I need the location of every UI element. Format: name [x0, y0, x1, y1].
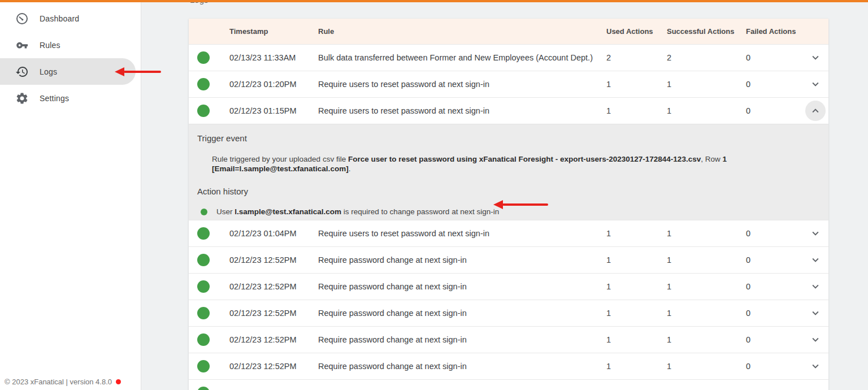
chevron-down-icon — [809, 51, 822, 64]
row-timestamp: 02/13/23 11:33AM — [229, 53, 318, 62]
rich-text: is required to change password at next s… — [341, 207, 499, 216]
row-failed-actions: 0 — [746, 229, 802, 238]
row-expand-cell — [802, 303, 828, 323]
row-expand-cell — [802, 250, 828, 270]
sidebar-item-rules[interactable]: Rules — [0, 32, 141, 58]
status-dot-icon — [116, 379, 121, 384]
log-table-row[interactable]: 02/12/23 01:04PM Require users to reset … — [189, 220, 828, 246]
row-expand-cell — [802, 47, 828, 68]
row-successful-actions: 1 — [667, 362, 746, 371]
log-table-row[interactable]: 02/12/23 12:52PM Require password change… — [189, 353, 828, 379]
row-failed-actions: 0 — [746, 106, 802, 115]
row-failed-actions: 0 — [746, 53, 802, 62]
chevron-down-icon — [809, 227, 822, 240]
rich-text: Rule triggered by your uploaded csv file — [212, 155, 348, 163]
expand-row-button[interactable] — [805, 330, 826, 350]
row-used-actions: 1 — [606, 255, 667, 265]
row-expand-cell — [802, 383, 828, 390]
expand-row-button[interactable] — [805, 223, 826, 244]
row-used-actions: 2 — [606, 53, 667, 62]
row-status-cell — [189, 387, 229, 390]
arrow-head-icon — [115, 67, 124, 76]
row-used-actions: 1 — [606, 362, 667, 371]
success-status-dot-icon — [197, 280, 210, 293]
log-table-row[interactable]: 02/13/23 11:33AM Bulk data transferred b… — [189, 44, 828, 71]
log-table-row[interactable]: 02/12/23 12:52PM Require password change… — [189, 326, 828, 353]
log-table-row[interactable]: 02/12/23 12:52PM Require password change… — [189, 300, 828, 326]
row-timestamp: 02/12/23 12:52PM — [229, 362, 318, 371]
arrow-tail — [502, 203, 548, 206]
expand-row-button[interactable] — [805, 276, 826, 297]
row-successful-actions: 1 — [667, 229, 746, 238]
rich-text-bold: Force user to reset password using xFana… — [348, 155, 701, 163]
chevron-down-icon — [809, 387, 822, 390]
expand-row-button[interactable] — [805, 383, 826, 390]
row-status-cell — [189, 78, 229, 90]
expand-row-button[interactable] — [805, 74, 826, 94]
row-rule: Bulk data transferred between Former and… — [318, 53, 606, 62]
row-status-cell — [189, 280, 229, 293]
row-status-cell — [189, 51, 229, 64]
row-successful-actions: 1 — [667, 282, 746, 291]
rich-text: . — [349, 164, 351, 173]
gear-icon — [15, 92, 29, 105]
expand-row-button[interactable] — [805, 47, 826, 68]
row-failed-actions: 0 — [746, 362, 802, 371]
row-failed-actions: 0 — [746, 282, 802, 291]
sidebar-item-label: Rules — [40, 41, 60, 50]
row-timestamp: 02/12/23 12:52PM — [229, 255, 318, 265]
action-history-heading: Action history — [197, 187, 820, 196]
header-used-actions: Used Actions — [606, 27, 667, 36]
sidebar-item-settings[interactable]: Settings — [0, 85, 141, 111]
trigger-event-heading: Trigger event — [197, 133, 820, 143]
expand-row-button[interactable] — [805, 303, 826, 323]
success-status-dot-icon — [197, 78, 210, 90]
row-failed-actions: 0 — [746, 80, 802, 89]
log-rows: 02/13/23 11:33AM Bulk data transferred b… — [189, 44, 828, 390]
row-timestamp: 02/12/23 12:52PM — [229, 335, 318, 344]
row-used-actions: 1 — [606, 335, 667, 344]
sidebar-item-dashboard[interactable]: Dashboard — [0, 5, 141, 32]
row-status-cell — [189, 227, 229, 240]
footer-text: © 2023 xFanatical | version 4.8.0 — [5, 378, 112, 386]
log-table-row[interactable]: 02/12/23 12:52PM Require password change… — [189, 246, 828, 273]
rich-text: , Row — [701, 155, 722, 163]
log-table-row[interactable]: 02/12/23 12:52PM Require password change… — [189, 273, 828, 300]
row-status-cell — [189, 333, 229, 346]
sidebar-item-label: Settings — [40, 94, 69, 103]
row-expand-cell — [802, 223, 828, 244]
row-timestamp: 02/12/23 01:04PM — [229, 229, 318, 238]
row-successful-actions: 1 — [667, 309, 746, 318]
app-version-footer: © 2023 xFanatical | version 4.8.0 — [5, 378, 121, 386]
chevron-down-icon — [809, 333, 822, 346]
rich-text: User — [216, 207, 235, 216]
expand-row-button[interactable] — [805, 101, 826, 121]
row-rule: Require password change at next sign-in — [318, 309, 606, 318]
chevron-down-icon — [809, 105, 822, 117]
expand-row-button[interactable] — [805, 250, 826, 270]
log-table-row[interactable] — [189, 379, 828, 390]
dashboard-gauge-icon — [15, 12, 29, 25]
chevron-down-icon — [809, 307, 822, 319]
history-icon — [15, 65, 29, 79]
table-header-row: Timestamp Rule Used Actions Successful A… — [189, 19, 828, 44]
success-status-dot-icon — [197, 307, 210, 319]
row-successful-actions: 1 — [667, 106, 746, 115]
top-accent-bar — [0, 0, 868, 2]
log-table-row[interactable]: 02/12/23 01:15PM Require users to reset … — [189, 97, 828, 124]
row-status-cell — [189, 105, 229, 117]
chevron-down-icon — [809, 280, 822, 293]
row-expand-cell — [802, 276, 828, 297]
row-expand-cell — [802, 330, 828, 350]
row-timestamp: 02/12/23 12:52PM — [229, 309, 318, 318]
row-failed-actions: 0 — [746, 309, 802, 318]
trigger-event-text: Rule triggered by your uploaded csv file… — [212, 154, 820, 174]
expand-row-button[interactable] — [805, 356, 826, 376]
row-rule: Require password change at next sign-in — [318, 362, 606, 371]
log-table-row[interactable]: 02/12/23 01:20PM Require users to reset … — [189, 71, 828, 97]
row-rule: Require users to reset password at next … — [318, 229, 606, 238]
sidebar-item-label: Dashboard — [40, 14, 79, 23]
row-rule: Require users to reset password at next … — [318, 80, 606, 89]
row-timestamp: 02/12/23 01:15PM — [229, 106, 318, 115]
success-status-dot-icon — [197, 105, 210, 117]
